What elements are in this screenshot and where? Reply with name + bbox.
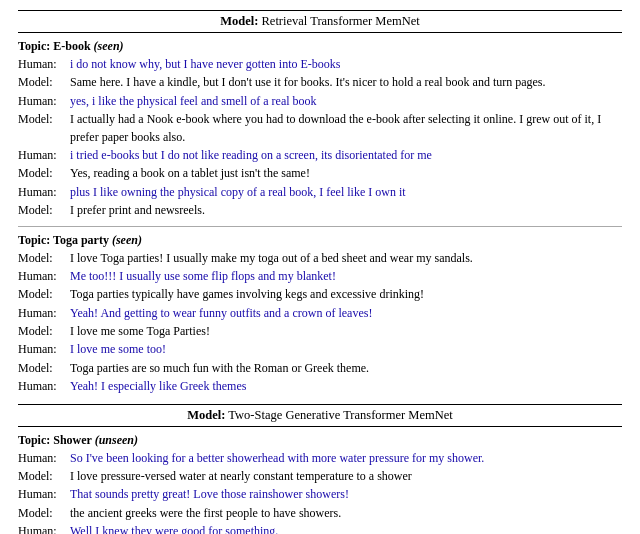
- utterance: I actually had a Nook e-book where you h…: [70, 111, 622, 146]
- utterance: yes, i like the physical feel and smell …: [70, 93, 622, 110]
- utterance: Toga parties typically have games involv…: [70, 286, 622, 303]
- speaker: Human:: [18, 450, 70, 467]
- utterance: Same here. I have a kindle, but I don't …: [70, 74, 622, 91]
- utterance: Well I knew they were good for something…: [70, 523, 622, 534]
- model-header-1: Model: Retrieval Transformer MemNet: [18, 10, 622, 33]
- section-divider: [18, 226, 622, 227]
- utterance: Me too!!! I usually use some flip flops …: [70, 268, 622, 285]
- dialog-line: Human: i tried e-books but I do not like…: [18, 147, 622, 164]
- utterance: I love Toga parties! I usually make my t…: [70, 250, 622, 267]
- dialog-line: Human: I love me some too!: [18, 341, 622, 358]
- speaker: Model:: [18, 202, 70, 219]
- speaker: Model:: [18, 74, 70, 91]
- dialog-line: Model: I love Toga parties! I usually ma…: [18, 250, 622, 267]
- speaker: Human:: [18, 305, 70, 322]
- speaker: Model:: [18, 286, 70, 303]
- dialog-line: Human: i do not know why, but I have nev…: [18, 56, 622, 73]
- speaker: Human:: [18, 147, 70, 164]
- dialog-line: Human: That sounds pretty great! Love th…: [18, 486, 622, 503]
- speaker: Human:: [18, 56, 70, 73]
- topic-shower: Topic: Shower (unseen): [18, 433, 622, 448]
- section-shower: Topic: Shower (unseen) Human: So I've be…: [18, 433, 622, 534]
- dialog-line: Model: I love pressure-versed water at n…: [18, 468, 622, 485]
- model-name-1: Retrieval Transformer MemNet: [262, 14, 420, 28]
- utterance: I love pressure-versed water at nearly c…: [70, 468, 622, 485]
- speaker: Model:: [18, 250, 70, 267]
- speaker: Model:: [18, 468, 70, 485]
- utterance: I love me some Toga Parties!: [70, 323, 622, 340]
- dialog-line: Model: Toga parties are so much fun with…: [18, 360, 622, 377]
- page-container: Model: Retrieval Transformer MemNet Topi…: [18, 10, 622, 534]
- utterance: I love me some too!: [70, 341, 622, 358]
- topic-ebook: Topic: E-book (seen): [18, 39, 622, 54]
- utterance: Yeah! I especially like Greek themes: [70, 378, 622, 395]
- speaker: Model:: [18, 165, 70, 182]
- utterance: plus I like owning the physical copy of …: [70, 184, 622, 201]
- dialog-line: Model: I actually had a Nook e-book wher…: [18, 111, 622, 146]
- dialog-line: Human: Yeah! And getting to wear funny o…: [18, 305, 622, 322]
- speaker: Model:: [18, 111, 70, 146]
- section-ebook: Topic: E-book (seen) Human: i do not kno…: [18, 39, 622, 220]
- utterance: So I've been looking for a better shower…: [70, 450, 622, 467]
- utterance: Toga parties are so much fun with the Ro…: [70, 360, 622, 377]
- model-label-2: Model:: [187, 408, 225, 422]
- speaker: Model:: [18, 360, 70, 377]
- speaker: Model:: [18, 323, 70, 340]
- utterance: i tried e-books but I do not like readin…: [70, 147, 622, 164]
- utterance: Yes, reading a book on a tablet just isn…: [70, 165, 622, 182]
- speaker: Human:: [18, 341, 70, 358]
- dialog-line: Model: Yes, reading a book on a tablet j…: [18, 165, 622, 182]
- speaker: Human:: [18, 268, 70, 285]
- speaker: Human:: [18, 486, 70, 503]
- dialog-line: Human: So I've been looking for a better…: [18, 450, 622, 467]
- utterance: i do not know why, but I have never gott…: [70, 56, 622, 73]
- dialog-line: Human: Yeah! I especially like Greek the…: [18, 378, 622, 395]
- topic-toga: Topic: Toga party (seen): [18, 233, 622, 248]
- speaker: Model:: [18, 505, 70, 522]
- model-header-2: Model: Two-Stage Generative Transformer …: [18, 404, 622, 427]
- dialog-line: Human: Me too!!! I usually use some flip…: [18, 268, 622, 285]
- dialog-line: Model: Same here. I have a kindle, but I…: [18, 74, 622, 91]
- speaker: Human:: [18, 378, 70, 395]
- model-label-1: Model:: [220, 14, 258, 28]
- dialog-line: Human: yes, i like the physical feel and…: [18, 93, 622, 110]
- utterance: I prefer print and newsreels.: [70, 202, 622, 219]
- model-name-2: Two-Stage Generative Transformer MemNet: [228, 408, 452, 422]
- dialog-line: Model: I prefer print and newsreels.: [18, 202, 622, 219]
- utterance: the ancient greeks were the first people…: [70, 505, 622, 522]
- section-toga: Topic: Toga party (seen) Model: I love T…: [18, 233, 622, 396]
- utterance: That sounds pretty great! Love those rai…: [70, 486, 622, 503]
- utterance: Yeah! And getting to wear funny outfits …: [70, 305, 622, 322]
- speaker: Human:: [18, 523, 70, 534]
- speaker: Human:: [18, 184, 70, 201]
- dialog-line: Human: Well I knew they were good for so…: [18, 523, 622, 534]
- dialog-line: Model: I love me some Toga Parties!: [18, 323, 622, 340]
- dialog-line: Model: Toga parties typically have games…: [18, 286, 622, 303]
- dialog-line: Model: the ancient greeks were the first…: [18, 505, 622, 522]
- speaker: Human:: [18, 93, 70, 110]
- dialog-line: Human: plus I like owning the physical c…: [18, 184, 622, 201]
